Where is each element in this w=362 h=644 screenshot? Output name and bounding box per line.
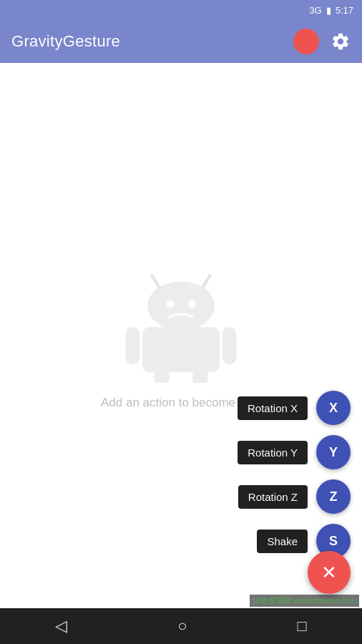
time-text: 5:17 — [336, 5, 353, 16]
fab-label-shake[interactable]: Shake — [257, 530, 308, 553]
fab-button-y[interactable]: Y — [316, 435, 351, 469]
fab-label-rotation-y[interactable]: Rotation Y — [238, 441, 308, 464]
fab-button-z[interactable]: Z — [316, 479, 351, 514]
nav-bar: ◁ ○ □ — [0, 608, 362, 644]
fab-actions: Rotation X X Rotation Y Y Rotation Z Z S… — [238, 391, 351, 558]
svg-rect-5 — [222, 327, 237, 364]
svg-rect-3 — [142, 327, 220, 372]
app-bar-actions — [293, 29, 351, 54]
fab-action-rotation-z: Rotation Z Z — [238, 479, 351, 514]
fab-button-x[interactable]: X — [316, 391, 351, 425]
record-button[interactable] — [293, 29, 319, 54]
fab-action-rotation-x: Rotation X X — [238, 391, 351, 425]
svg-point-8 — [166, 300, 174, 308]
settings-icon[interactable] — [331, 31, 351, 52]
fab-label-rotation-x[interactable]: Rotation X — [238, 396, 308, 420]
nav-back-icon[interactable]: ◁ — [55, 617, 67, 635]
android-icon — [117, 261, 245, 383]
signal-text: 3G — [309, 5, 321, 16]
nav-home-icon[interactable]: ○ — [177, 617, 187, 635]
nav-recents-icon[interactable]: □ — [298, 617, 307, 635]
main-content: Add an action to become cool Rotation X … — [0, 63, 362, 608]
fab-label-rotation-z[interactable]: Rotation Z — [238, 485, 308, 509]
status-bar: 3G ▮ 5:17 — [0, 0, 362, 20]
app-title: GravityGesture — [11, 32, 120, 51]
fab-action-rotation-y: Rotation Y Y — [238, 435, 351, 469]
fab-main-button[interactable]: ✕ — [308, 551, 351, 594]
svg-rect-4 — [126, 327, 140, 364]
svg-point-9 — [188, 300, 196, 308]
battery-icon: ▮ — [326, 5, 331, 16]
app-bar: GravityGesture — [0, 20, 362, 63]
fab-main-close-icon: ✕ — [321, 563, 337, 582]
svg-point-2 — [147, 281, 215, 330]
